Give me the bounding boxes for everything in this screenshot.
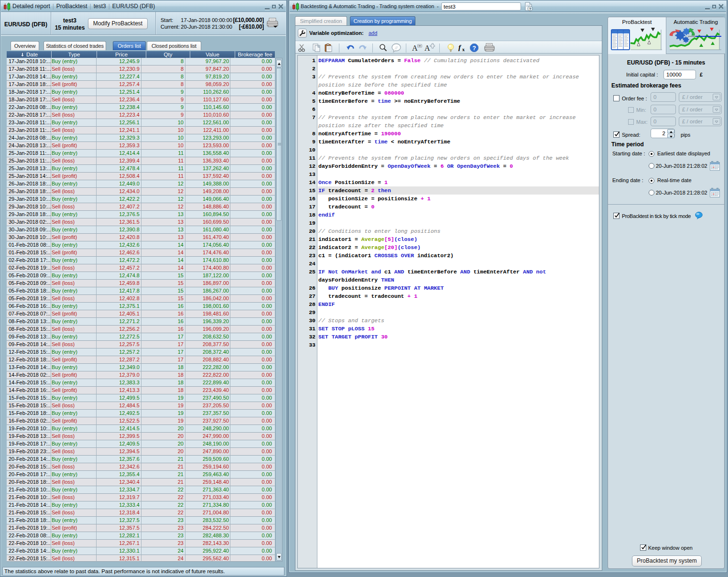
svg-text:A: A xyxy=(412,44,418,52)
svg-text:?: ? xyxy=(529,7,532,11)
svg-text:A: A xyxy=(424,44,430,52)
svg-text:x: x xyxy=(462,47,465,52)
svg-text:?: ? xyxy=(472,45,476,52)
svg-text:f: f xyxy=(458,44,462,51)
